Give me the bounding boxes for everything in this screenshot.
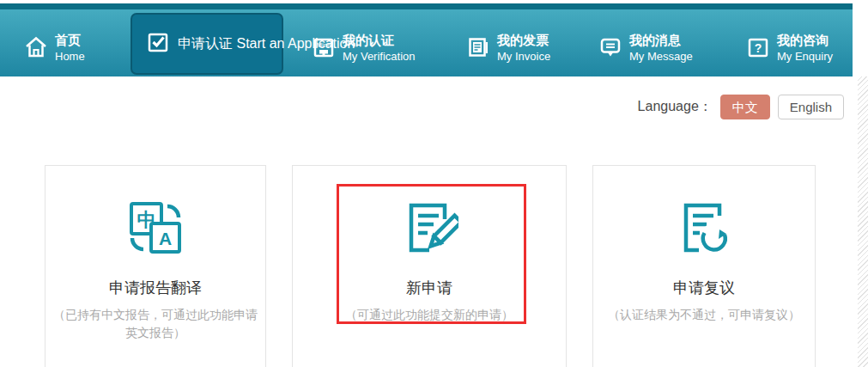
nav-label-zh: 首页 [55, 32, 85, 49]
nav-item-start-application[interactable]: 申请认证 Start an Application [131, 13, 283, 75]
nav-item-my-message[interactable]: 我的消息 My Message [598, 28, 693, 66]
nav-label-en: My Invoice [497, 49, 550, 64]
language-option-chinese[interactable]: 中文 [720, 95, 770, 119]
document-refresh-icon [675, 199, 733, 260]
nav-label-zh: 我的认证 [343, 32, 416, 49]
nav-label-en: Home [55, 49, 85, 64]
card-report-translation[interactable]: 中 A 申请报告翻译 （已持有中文报告，可通过此功能申请英文报告） [45, 165, 266, 367]
check-square-icon [146, 30, 170, 58]
card-review-request[interactable]: 申请复议 （认证结果为不通过，可申请复议） [592, 165, 816, 367]
card-title: 申请复议 [593, 278, 815, 298]
card-subtitle: （已持有中文报告，可通过此功能申请英文报告） [46, 306, 265, 342]
page-edge-hatch [858, 76, 868, 367]
top-navbar: 首页 Home 申请认证 Start an Application [0, 3, 853, 76]
language-label: Language： [638, 98, 713, 116]
card-title: 申请报告翻译 [46, 278, 265, 298]
nav-label-en: My Enquiry [777, 49, 833, 64]
nav-label-zh: 我的咨询 [777, 32, 833, 49]
nav-item-my-verification[interactable]: Mine 我的认证 My Verification [312, 28, 416, 66]
nav-item-my-enquiry[interactable]: ? 我的咨询 My Enquiry [746, 28, 833, 66]
card-subtitle: （可通过此功能提交新的申请） [293, 306, 566, 324]
svg-text:A: A [159, 229, 172, 248]
language-option-english[interactable]: English [778, 95, 844, 119]
nav-item-my-invoice[interactable]: 我的发票 My Invoice [466, 28, 550, 66]
svg-text:Mine: Mine [317, 41, 331, 49]
mine-badge-icon: Mine [312, 35, 336, 59]
card-subtitle: （认证结果为不通过，可申请复议） [593, 306, 815, 324]
invoice-icon [466, 35, 490, 59]
svg-text:?: ? [755, 41, 762, 55]
card-title: 新申请 [293, 278, 566, 298]
nav-label-en: My Message [629, 49, 693, 64]
question-icon: ? [746, 35, 770, 59]
nav-label-zh: 我的消息 [629, 32, 693, 49]
new-application-icon [400, 199, 458, 260]
card-new-application[interactable]: 新申请 （可通过此功能提交新的申请） [292, 165, 567, 367]
translate-icon: 中 A [126, 199, 185, 260]
nav-label-en: My Verification [343, 49, 416, 64]
nav-label-zh: 申请认证 [178, 36, 233, 51]
page: 首页 Home 申请认证 Start an Application [0, 0, 868, 367]
nav-label-zh: 我的发票 [497, 32, 550, 49]
nav-item-home[interactable]: 首页 Home [24, 28, 85, 66]
message-icon [598, 35, 622, 59]
language-switcher: Language： 中文 English [638, 95, 844, 119]
home-icon [24, 35, 48, 59]
